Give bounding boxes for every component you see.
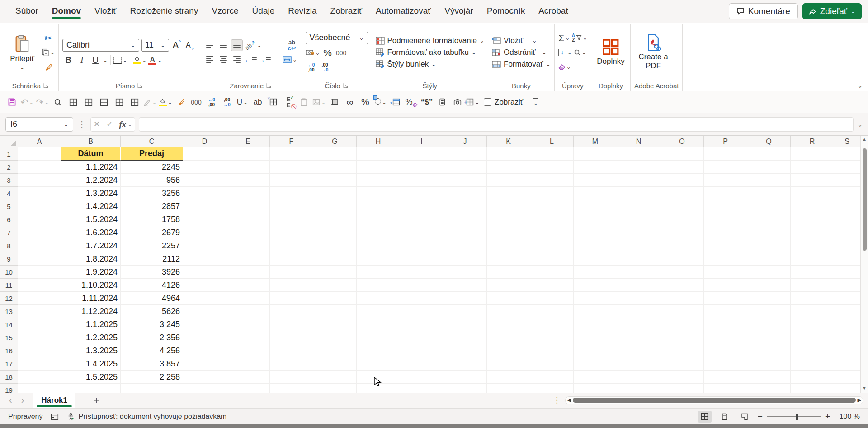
fill-color-button[interactable]: ⌄	[158, 94, 173, 110]
cell-I3[interactable]	[400, 174, 443, 187]
cell-J8[interactable]	[443, 239, 487, 252]
cell-R15[interactable]	[791, 331, 834, 344]
cell-M1[interactable]	[574, 147, 617, 161]
cell-K5[interactable]	[487, 200, 530, 213]
cell-O14[interactable]	[660, 318, 704, 331]
cell-I1[interactable]	[400, 147, 443, 161]
cell-A17[interactable]	[18, 357, 61, 371]
cell-F16[interactable]	[270, 344, 313, 357]
cell-B18[interactable]: 1.5.2025	[61, 371, 121, 384]
dialog-launcher-icon[interactable]	[343, 83, 349, 88]
cell-E3[interactable]	[226, 174, 270, 187]
cell-O5[interactable]	[660, 200, 704, 213]
cell-J19[interactable]	[443, 384, 487, 393]
tabbar-resize-handle[interactable]: ⋮	[553, 395, 561, 405]
chevron-down-icon[interactable]: ⌄	[103, 57, 108, 63]
cell-P4[interactable]	[704, 187, 747, 200]
cell-G4[interactable]	[313, 187, 357, 200]
cell-J17[interactable]	[443, 357, 487, 371]
cell-N10[interactable]	[617, 266, 660, 279]
increase-indent-button[interactable]: →	[259, 54, 271, 66]
cell-G13[interactable]	[313, 305, 357, 318]
cell-B4[interactable]: 1.3.2024	[61, 187, 121, 200]
cell-B17[interactable]: 1.4.2025	[61, 357, 121, 371]
cell-S16[interactable]	[834, 344, 860, 357]
cell-A7[interactable]	[18, 226, 61, 239]
cell-S19[interactable]	[834, 384, 860, 393]
cell-B19[interactable]	[61, 384, 121, 393]
cell-R8[interactable]	[791, 239, 834, 252]
undo-button[interactable]: ↶⌄	[20, 94, 34, 110]
bold-button[interactable]: B	[62, 54, 74, 66]
cell-L18[interactable]	[530, 371, 574, 384]
cell-G8[interactable]	[313, 239, 357, 252]
cell-K8[interactable]	[487, 239, 530, 252]
column-header-N[interactable]: N	[617, 136, 660, 147]
cell-H11[interactable]	[357, 279, 400, 292]
cell-P15[interactable]	[704, 331, 747, 344]
cell-A15[interactable]	[18, 331, 61, 344]
cell-C16[interactable]: 4 256	[121, 344, 183, 357]
zoom-percentage[interactable]: 100 %	[836, 413, 860, 421]
percent-style-button[interactable]: %	[358, 94, 373, 110]
format-cells-button[interactable]: Formátovať ⌄	[492, 60, 551, 69]
cell-K1[interactable]	[487, 147, 530, 161]
calculator-button[interactable]	[435, 94, 449, 110]
cell-H17[interactable]	[357, 357, 400, 371]
cell-E4[interactable]	[226, 187, 270, 200]
font-name-select[interactable]: Calibri ⌄	[62, 39, 139, 52]
cell-M4[interactable]	[574, 187, 617, 200]
cell-Q10[interactable]	[747, 266, 791, 279]
cell-J1[interactable]	[443, 147, 487, 161]
currency-text-button[interactable]: “$”	[420, 94, 434, 110]
cell-B3[interactable]: 1.2.2024	[61, 174, 121, 187]
cell-B8[interactable]: 1.7.2024	[61, 239, 121, 252]
cell-N5[interactable]	[617, 200, 660, 213]
cell-F18[interactable]	[270, 371, 313, 384]
column-header-D[interactable]: D	[183, 136, 226, 147]
border-all-button[interactable]	[66, 94, 80, 110]
font-color-button[interactable]: A ⌄	[148, 54, 162, 66]
cell-J10[interactable]	[443, 266, 487, 279]
cell-M12[interactable]	[574, 292, 617, 305]
cell-H2[interactable]	[357, 161, 400, 174]
menu-tab[interactable]: Domov	[47, 1, 86, 21]
cell-D5[interactable]	[183, 200, 226, 213]
border-center-vertical-button[interactable]	[81, 94, 96, 110]
cell-Q16[interactable]	[747, 344, 791, 357]
cell-D10[interactable]	[183, 266, 226, 279]
cell-R12[interactable]	[791, 292, 834, 305]
cell-M8[interactable]	[574, 239, 617, 252]
confirm-entry-button[interactable]: ✓	[106, 119, 113, 129]
cell-N13[interactable]	[617, 305, 660, 318]
cell-D15[interactable]	[183, 331, 226, 344]
cell-N18[interactable]	[617, 371, 660, 384]
cell-N6[interactable]	[617, 213, 660, 226]
decrease-decimal-button[interactable]: ,00→0	[220, 94, 234, 110]
cell-L12[interactable]	[530, 292, 574, 305]
select-all-button[interactable]	[0, 136, 18, 147]
cell-E11[interactable]	[226, 279, 270, 292]
find-select-button[interactable]: ⌄	[574, 47, 586, 58]
cell-G7[interactable]	[313, 226, 357, 239]
align-center-button[interactable]	[217, 54, 229, 66]
cell-G5[interactable]	[313, 200, 357, 213]
cell-D8[interactable]	[183, 239, 226, 252]
font-size-select[interactable]: 11 ⌄	[141, 39, 169, 52]
cell-P12[interactable]	[704, 292, 747, 305]
cell-D6[interactable]	[183, 213, 226, 226]
cell-F9[interactable]	[270, 252, 313, 266]
cell-L3[interactable]	[530, 174, 574, 187]
cell-B15[interactable]: 1.2.2025	[61, 331, 121, 344]
data-model-button[interactable]: ∞	[343, 94, 357, 110]
cell-Q8[interactable]	[747, 239, 791, 252]
camera-button[interactable]	[450, 94, 465, 110]
column-header-C[interactable]: C	[121, 136, 183, 147]
cell-C5[interactable]: 2857	[121, 200, 183, 213]
cell-O11[interactable]	[660, 279, 704, 292]
cell-M9[interactable]	[574, 252, 617, 266]
cell-D3[interactable]	[183, 174, 226, 187]
cell-J9[interactable]	[443, 252, 487, 266]
cell-G16[interactable]	[313, 344, 357, 357]
cell-I16[interactable]	[400, 344, 443, 357]
